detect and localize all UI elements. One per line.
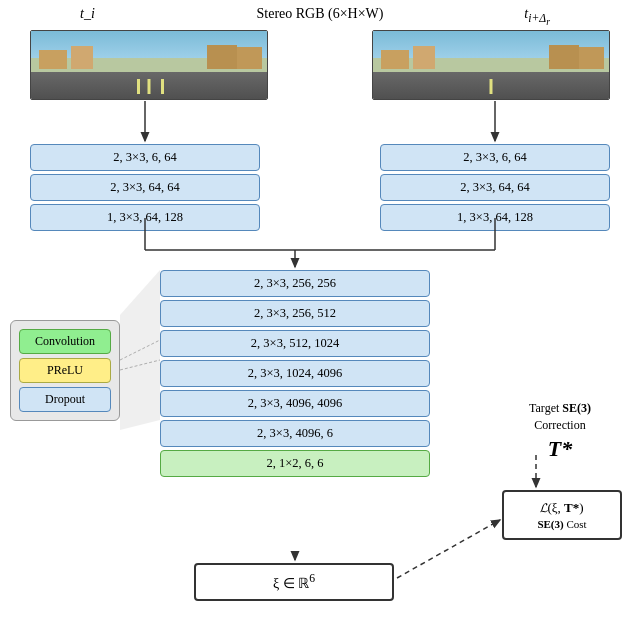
left-layer-1: 2, 3×3, 6, 64 <box>30 144 260 171</box>
svg-line-10 <box>120 360 160 370</box>
loss-subtitle: SE(3) Cost <box>512 518 612 530</box>
legend-box: Convolution PReLU Dropout <box>10 320 120 421</box>
svg-line-8 <box>397 520 500 578</box>
label-ti-delta: ti+Δr <box>524 6 550 27</box>
diagram: t_i Stereo RGB (6×H×W) ti+Δr 2, 3×3, 6, … <box>0 0 640 644</box>
legend-prelu: PReLU <box>19 358 111 383</box>
target-math: T* <box>500 436 620 462</box>
right-layer-1: 2, 3×3, 6, 64 <box>380 144 610 171</box>
center-layer-1: 2, 3×3, 256, 256 <box>160 270 430 297</box>
center-layer-6: 2, 3×3, 4096, 6 <box>160 420 430 447</box>
left-image <box>30 30 268 100</box>
loss-formula: 𝓛(ξ, T*) <box>512 500 612 516</box>
svg-marker-12 <box>120 270 160 430</box>
output-xi-box: ξ ∈ ℝ6 <box>194 563 394 601</box>
green-layer: 2, 1×2, 6, 6 <box>160 450 430 477</box>
center-layer-2: 2, 3×3, 256, 512 <box>160 300 430 327</box>
right-layer-2: 2, 3×3, 64, 64 <box>380 174 610 201</box>
svg-line-11 <box>120 340 160 360</box>
left-layer-2: 2, 3×3, 64, 64 <box>30 174 260 201</box>
target-label: Target SE(3)Correction <box>500 400 620 434</box>
loss-box: 𝓛(ξ, T*) SE(3) Cost <box>502 490 622 540</box>
output-xi-label: ξ ∈ ℝ6 <box>273 576 315 591</box>
right-layer-3: 1, 3×3, 64, 128 <box>380 204 610 231</box>
center-network: 2, 3×3, 256, 256 2, 3×3, 256, 512 2, 3×3… <box>160 270 430 480</box>
right-image <box>372 30 610 100</box>
left-layer-3: 1, 3×3, 64, 128 <box>30 204 260 231</box>
right-encoder: 2, 3×3, 6, 64 2, 3×3, 64, 64 1, 3×3, 64,… <box>380 144 610 231</box>
center-layer-3: 2, 3×3, 512, 1024 <box>160 330 430 357</box>
legend-convolution: Convolution <box>19 329 111 354</box>
center-layer-4: 2, 3×3, 1024, 4096 <box>160 360 430 387</box>
center-layer-5: 2, 3×3, 4096, 4096 <box>160 390 430 417</box>
label-stereo-rgb: Stereo RGB (6×H×W) <box>220 6 420 22</box>
legend-dropout: Dropout <box>19 387 111 412</box>
label-ti: t_i <box>80 6 95 22</box>
left-encoder: 2, 3×3, 6, 64 2, 3×3, 64, 64 1, 3×3, 64,… <box>30 144 260 231</box>
target-correction-area: Target SE(3)Correction T* <box>500 400 620 462</box>
